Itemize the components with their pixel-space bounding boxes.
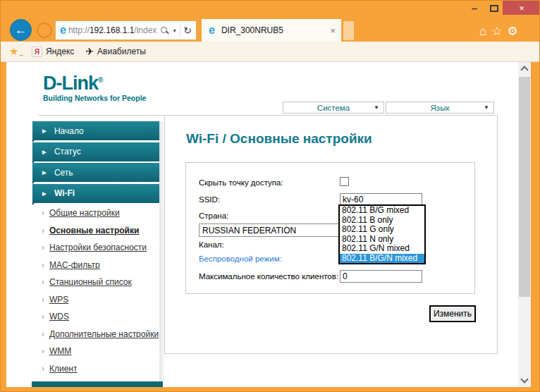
url-host: 192.168.1.1: [90, 25, 134, 35]
arrow-icon: →: [18, 51, 24, 58]
scrollbar-thumb[interactable]: [519, 77, 530, 297]
dlink-logo: D-Link® Building Networks for People: [43, 71, 146, 102]
home-button[interactable]: ⌂: [479, 25, 486, 37]
dropdown-option[interactable]: 802.11 G/N mixed: [340, 244, 424, 254]
logo-text: D-Link®: [43, 71, 146, 93]
dropdown-option[interactable]: 802.11 G only: [340, 225, 424, 235]
arrow-right-icon: ►: [41, 148, 48, 156]
url-path: /index: [134, 25, 157, 35]
ssid-label: SSID:: [199, 195, 220, 204]
language-menu[interactable]: Язык ▼: [386, 102, 494, 114]
sidebar-section[interactable]: ► Статус: [32, 142, 159, 161]
browser-toolbar: ⌂ ☆ ⚙: [479, 20, 518, 42]
bullet-icon: ›: [42, 346, 44, 356]
maximize-icon: [490, 5, 498, 12]
forward-button[interactable]: →: [37, 23, 52, 38]
submenu-link[interactable]: › Дополнительные настройки: [42, 326, 161, 343]
submenu-link[interactable]: › Основные настройки: [42, 222, 161, 240]
language-menu-label: Язык: [431, 104, 450, 112]
dropdown-option[interactable]: 802.11 B/G mixed: [340, 206, 424, 216]
bullet-icon: ›: [42, 295, 44, 305]
new-tab-button[interactable]: [343, 21, 354, 40]
chevron-down-icon: ▼: [374, 104, 379, 111]
arrow-right-icon: ►: [41, 190, 48, 197]
chevron-down-icon[interactable]: ▼: [172, 28, 177, 33]
refresh-button[interactable]: ↻: [183, 25, 192, 36]
url-text[interactable]: http://192.168.1.1/index: [68, 25, 158, 35]
max-clients-label: Максимальное количество клиентов:: [199, 272, 338, 281]
settings-form: Скрыть точку доступа: SSID: Страна: RUSS…: [185, 162, 475, 294]
arrow-right-icon: ►: [41, 127, 48, 135]
search-icon[interactable]: [160, 26, 169, 35]
bullet-icon: ›: [42, 260, 44, 270]
bullet-icon: ›: [42, 208, 44, 218]
submenu-link[interactable]: › WDS: [42, 308, 161, 326]
browser-window: – × ← → e http://192.168.1.1/index ▼ ↻ e…: [0, 0, 540, 392]
dropdown-option[interactable]: 802.11 B only: [340, 216, 424, 226]
plane-icon: ✈: [85, 46, 94, 57]
sidebar-footer-bar: [32, 381, 163, 387]
hide-ap-checkbox[interactable]: [340, 177, 349, 186]
submenu-link[interactable]: › Станционный список: [42, 274, 161, 291]
channel-label: Канал:: [199, 240, 224, 249]
back-button[interactable]: ←: [10, 19, 32, 41]
scroll-up-button[interactable]: [520, 66, 528, 73]
maximize-button[interactable]: [489, 4, 500, 13]
sidebar-submenu: › Общие настройки › Основные настройки ›…: [42, 204, 161, 377]
bullet-icon: ›: [42, 364, 44, 374]
submenu-link[interactable]: › WPS: [42, 291, 161, 309]
bullet-icon: ›: [42, 312, 44, 321]
close-button[interactable]: ×: [503, 1, 540, 15]
favorite-link-yandex[interactable]: Яндекс: [46, 47, 74, 56]
yandex-favicon: Я: [32, 47, 42, 57]
page-viewport: D-Link® Building Networks for People Сис…: [6, 62, 531, 387]
scrollbar[interactable]: [518, 62, 531, 387]
settings-button[interactable]: ⚙: [508, 25, 518, 37]
dropdown-option[interactable]: 802.11 B/G/N mixed: [340, 254, 424, 264]
bullet-icon: ›: [42, 243, 44, 252]
submenu-link[interactable]: › MAC-фильтр: [42, 257, 161, 274]
wireless-mode-label: Беспроводной режим:: [199, 255, 282, 263]
dropdown-option[interactable]: 802.11 N only: [340, 235, 424, 245]
minimize-button[interactable]: –: [466, 2, 483, 13]
favorites-button[interactable]: ☆: [491, 25, 502, 37]
url-scheme: http://: [68, 25, 90, 35]
submit-button[interactable]: Изменить: [429, 305, 476, 322]
bullet-icon: ›: [42, 277, 44, 287]
page-title: Wi-Fi / Основные настройки: [186, 131, 372, 147]
chevron-down-icon: ▼: [484, 104, 489, 111]
submenu-link[interactable]: › Клиент: [42, 360, 161, 378]
tab-favicon: e: [209, 25, 215, 36]
ie-icon: e: [60, 25, 66, 36]
arrow-right-icon: ►: [41, 169, 48, 176]
sidebar-section[interactable]: ► Начало: [32, 121, 159, 140]
sidebar-section[interactable]: ► Wi-Fi: [32, 184, 159, 203]
system-menu-label: Система: [317, 104, 350, 112]
registered-mark: ®: [98, 76, 102, 84]
submenu-link[interactable]: › WMM: [42, 343, 161, 360]
sidebar-section[interactable]: ► Сеть: [32, 163, 159, 182]
favorites-bar: ★ → Я Яндекс ✈ Авиабилеты: [1, 42, 540, 62]
add-favorite-button[interactable]: ★ →: [9, 46, 22, 57]
bullet-icon: ›: [42, 329, 44, 339]
browser-tab[interactable]: e DIR_300NRUB5 ×: [202, 19, 341, 42]
tab-title: DIR_300NRUB5: [221, 25, 331, 35]
logo-tagline: Building Networks for People: [43, 94, 146, 102]
submenu-link[interactable]: › Настройки безопасности: [42, 239, 161, 257]
address-bar[interactable]: e http://192.168.1.1/index ▼ ↻: [55, 20, 197, 40]
favorite-link-airline[interactable]: Авиабилеты: [97, 47, 146, 56]
wireless-mode-dropdown[interactable]: 802.11 B/G mixed 802.11 B only 802.11 G …: [338, 204, 426, 264]
hide-ap-label: Скрыть точку доступа:: [199, 178, 283, 187]
max-clients-input[interactable]: [340, 270, 422, 283]
scroll-down-button[interactable]: [520, 375, 528, 383]
bullet-icon: ›: [42, 226, 44, 235]
country-label: Страна:: [199, 212, 228, 220]
tab-close-button[interactable]: ×: [330, 25, 336, 36]
submenu-link[interactable]: › Общие настройки: [42, 204, 161, 222]
divider: [180, 25, 180, 37]
sidebar: ► Начало ► Статус ► Сеть ► Wi-Fi: [32, 121, 159, 204]
system-menu[interactable]: Система ▼: [283, 102, 384, 114]
